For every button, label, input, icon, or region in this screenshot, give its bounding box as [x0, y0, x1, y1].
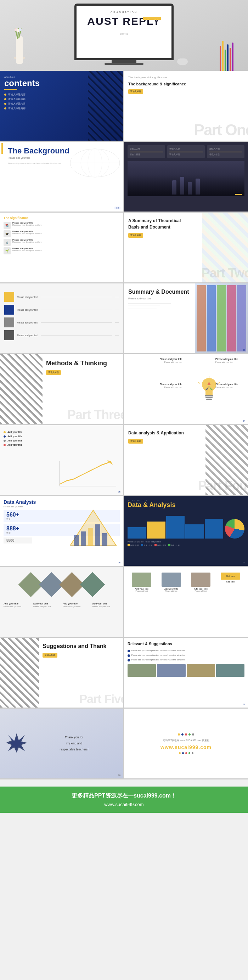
slide-lightbulb: Please add your title Please add your te…: [124, 354, 248, 424]
world-map-icon: [68, 147, 121, 179]
graduation-label: GRADUATION: [84, 11, 164, 13]
layer-item-4: Please add your text ——: [4, 330, 119, 340]
svg-rect-17: [74, 535, 79, 546]
slide-infoboxes: 请输入人物 请输入标题 请输入人物 请输入标题 请输入人物 请输入标题: [124, 142, 248, 212]
svg-rect-6: [205, 397, 213, 398]
lightbulb-icon: [199, 376, 219, 401]
slide-dark-analysis: AUST REPLY Data & Analysis Please add yo…: [124, 496, 248, 566]
slide-thank-you: Thank you for my kind and respectable te…: [0, 709, 124, 778]
slide-part-one: The background & significance The backgr…: [124, 71, 248, 141]
slide-summary-doc: Summary & Document Please add your title: [124, 283, 248, 353]
suggestions-part: Part Five: [79, 692, 124, 706]
slide-relevant: Relevant & Suggestions Please add your d…: [124, 638, 248, 708]
slide-suggestions-part: Suggestions and Thank 请输入标题 Part Five: [0, 638, 124, 708]
info-box-1: 请输入人物 请输入标题: [127, 145, 165, 158]
thank-line-1: Thank you for: [65, 735, 83, 739]
thank-line-3: respectable teachers!: [59, 748, 88, 751]
diamond-text-3: Add your title Please add your text: [63, 602, 91, 608]
methods-part: Part Three: [67, 407, 124, 422]
svg-rect-19: [88, 528, 93, 546]
row-6: Add your title Add your title Add your t…: [0, 425, 248, 496]
stat-box-3: 8800: [3, 538, 32, 544]
arrow-item-3: Add your title: [3, 439, 120, 442]
data-boxes-title: Data Analysis: [3, 500, 120, 505]
slide-background: The Background Please add your title Ple…: [0, 142, 124, 212]
slide-website-info: 笔鸟PPT模板网 www.SUCAI999.com 搜索栏 www.sucai9…: [124, 709, 248, 778]
slide-diamond-photos: Add your title Please add your text Add …: [0, 567, 124, 637]
person-card-4: Click here Add title: [218, 573, 243, 592]
triangle-chart: [67, 507, 120, 549]
legend-item-1: 数量 · 比较: [127, 544, 139, 546]
relevant-photo-4: [216, 664, 245, 677]
layer-item-3: Please add your text ——: [4, 317, 119, 328]
da-part-title: Data analysis & Application: [128, 430, 192, 436]
diamond-text-2: Add your title Please add your text: [33, 602, 61, 608]
legend-item-4: 数量 · 比较: [168, 544, 180, 546]
part-one-label: Part One: [194, 121, 248, 139]
part-one-heading: The background & significance: [128, 81, 244, 87]
sig-item-3: 🔬 Please add your title Please add your …: [3, 239, 120, 246]
slide-data-boxes: Data Analysis Please add your title 560+…: [0, 496, 124, 566]
arrow-item-4: Add your title: [3, 444, 120, 446]
slide-persons-grid: Add your title Please add text Add your …: [124, 567, 248, 637]
relevant-item-1: Please add your description text here an…: [127, 649, 245, 652]
suggestions-btn[interactable]: 请输入标题: [43, 653, 57, 658]
da-part-btn[interactable]: 请输入标题: [128, 439, 143, 444]
svg-line-10: [199, 383, 200, 383]
info-box-2: 请输入人物 请输入标题: [167, 145, 205, 158]
ws-small-text: 笔鸟PPT模板网 www.SUCAI999.com 搜索栏: [163, 739, 210, 742]
sig-item-4: 🌱 Please add your title Please add your …: [3, 247, 120, 255]
footer-main-text: 更多精品PPT资源尽在—sucai999.com！: [6, 792, 242, 800]
row-3: The significance 📚 Please add your title…: [0, 213, 248, 283]
person-card-1: Add your title Please add text: [129, 573, 154, 592]
part-one-btn[interactable]: 请输入标题: [128, 89, 143, 94]
diamond-text-4: Add your title Please add your text: [92, 602, 120, 608]
layer-item-2: Please add your text ——: [4, 305, 119, 315]
arrow-item-1: Add your title: [3, 431, 120, 433]
slide-significance: The significance 📚 Please add your title…: [0, 213, 124, 282]
thank-line-2: my kind and: [66, 741, 82, 745]
svg-rect-20: [95, 524, 100, 546]
lb-item-2: Please add your title Please add your te…: [187, 358, 245, 363]
svg-line-9: [218, 383, 219, 383]
methods-btn[interactable]: 请输入标题: [46, 370, 61, 375]
row-7: Data Analysis Please add your title 560+…: [0, 496, 248, 567]
legend-item-2: 数量 · 比较: [141, 544, 153, 546]
svg-rect-21: [102, 533, 107, 546]
relevant-item-3: Please add your description text here an…: [127, 658, 245, 662]
row-2: The Background Please add your title Ple…: [0, 142, 248, 213]
info-box-3: 请输入人物 请输入标题: [207, 145, 245, 158]
lb-item-3: Please add your title Please add your te…: [127, 383, 185, 388]
row-5: Methods & Thinking 请输入标题 Part Three: [0, 354, 248, 425]
row-4: Please add your text —— Please add your …: [0, 283, 248, 354]
hero-section: GRADUATION AUST REPLY 笔鸟图库: [0, 0, 248, 71]
relevant-photo-3: [187, 664, 215, 677]
slide-theory: A Summary of Theoretical Basis and Docum…: [124, 213, 248, 282]
sig-item-2: 🎓 Please add your title Please add your …: [3, 230, 120, 237]
suggestions-title: Suggestions and Thank: [43, 643, 119, 650]
watermark-text: 笔鸟图库: [84, 33, 164, 36]
person-card-2: Add your title Please add text: [159, 573, 183, 592]
methods-title: Methods & Thinking: [46, 359, 119, 368]
relevant-photo-1: [127, 664, 156, 677]
ws-url: www.sucai999.com: [161, 745, 211, 750]
slide-data-analysis-part: Data analysis & Application 请输入标题 Part F…: [124, 425, 248, 495]
diamond-4: [80, 572, 105, 597]
legend-item-3: 数量 · 比较: [154, 544, 166, 546]
slide-layers: Please add your text —— Please add your …: [0, 283, 124, 353]
theory-btn[interactable]: 请输入标题: [128, 233, 143, 238]
relevant-item-2: Please add your description text here an…: [127, 654, 245, 657]
theory-title: A Summary of Theoretical Basis and Docum…: [128, 218, 192, 230]
hero-title: AUST REPLY: [84, 15, 164, 27]
row-8: Add your title Please add your text Add …: [0, 567, 248, 638]
relevant-photo-2: [157, 664, 185, 677]
row-1: About our contents 请输入标题内容 请输入标题内容 请输入标题…: [0, 71, 248, 142]
slide-methods: Methods & Thinking 请输入标题 Part Three: [0, 354, 124, 424]
arrow-chart: [56, 460, 120, 488]
diamond-text-1: Add your title Please add your text: [3, 602, 31, 608]
slide-arrow-chart: Add your title Add your title Add your t…: [0, 425, 124, 495]
svg-rect-18: [81, 531, 86, 546]
slide-contents: About our contents 请输入标题内容 请输入标题内容 请输入标题…: [0, 71, 124, 141]
footer-url: www.sucai999.com: [6, 802, 242, 807]
footer-cta[interactable]: 更多精品PPT资源尽在—sucai999.com！ www.sucai999.c…: [0, 787, 248, 813]
